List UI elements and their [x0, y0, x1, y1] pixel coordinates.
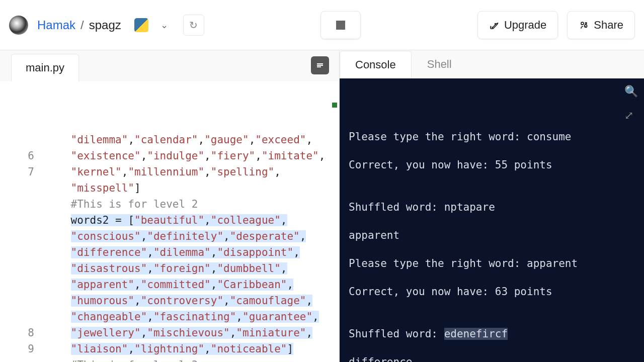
svg-rect-6 [317, 66, 321, 67]
owner-link[interactable]: Hamak [37, 18, 75, 32]
chevron-down-icon[interactable]: ⌄ [157, 20, 171, 31]
history-button[interactable]: ↻ [183, 15, 204, 36]
console-output[interactable]: 🔍 ⤢ Please type the right word: consume … [340, 78, 644, 362]
svg-point-0 [495, 23, 496, 24]
svg-rect-5 [317, 65, 323, 66]
rocket-icon [489, 20, 499, 30]
code-content[interactable]: "dilemma","calendar","gauge","exceed", "… [45, 83, 339, 362]
console-toolbar: 🔍 ⤢ [624, 84, 638, 123]
line-numbers: 67 89 [0, 83, 45, 362]
replit-logo-icon[interactable] [9, 16, 28, 35]
main: main.py 67 89 "dilemma","calendar","gaug… [0, 50, 644, 362]
output-tabs: Console Shell [340, 50, 644, 78]
svg-rect-4 [317, 63, 323, 64]
share-button[interactable]: Share [567, 11, 635, 39]
python-icon [134, 18, 148, 32]
minimap-mark [332, 103, 337, 108]
breadcrumb: Hamak / spagz [37, 18, 121, 32]
project-name[interactable]: spagz [89, 18, 121, 32]
svg-point-1 [581, 22, 584, 25]
tab-console[interactable]: Console [340, 51, 412, 78]
share-label: Share [594, 19, 623, 32]
header: Hamak / spagz ⌄ ↻ Upgrade Share [0, 0, 644, 50]
stop-button[interactable] [320, 11, 361, 39]
breadcrumb-separator: / [80, 18, 84, 32]
search-icon[interactable]: 🔍 [624, 84, 638, 99]
editor-pane: main.py 67 89 "dilemma","calendar","gaug… [0, 50, 340, 362]
tab-shell[interactable]: Shell [412, 50, 467, 78]
share-icon [579, 20, 589, 30]
expand-icon[interactable]: ⤢ [624, 109, 638, 123]
upgrade-button[interactable]: Upgrade [477, 11, 558, 39]
tab-file[interactable]: main.py [11, 54, 79, 81]
fold-button[interactable] [311, 56, 329, 74]
output-pane: Console Shell 🔍 ⤢ Please type the right … [340, 50, 644, 362]
list-icon [315, 62, 325, 69]
stop-icon [336, 21, 345, 30]
code-editor[interactable]: 67 89 "dilemma","calendar","gauge","exce… [0, 81, 339, 362]
upgrade-label: Upgrade [504, 19, 546, 32]
editor-tabs: main.py [0, 50, 339, 81]
